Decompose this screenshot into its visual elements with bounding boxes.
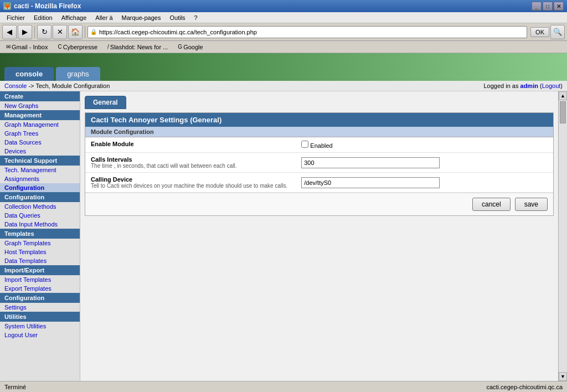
- enable-module-checkbox[interactable]: [301, 141, 308, 148]
- menu-fichier[interactable]: Fichier: [2, 13, 29, 22]
- app-header: console graphs: [0, 53, 567, 81]
- auth-user[interactable]: admin: [520, 82, 538, 89]
- sidebar-item-data-queries[interactable]: Data Queries: [0, 211, 80, 220]
- sidebar-item-new-graphs[interactable]: New Graphs: [0, 101, 80, 110]
- enabled-label: Enabled: [310, 142, 332, 149]
- window-title: cacti - Mozilla Firefox: [14, 2, 81, 10]
- sidebar-section-templates: Templates: [0, 229, 80, 239]
- sidebar-item-configuration-tech[interactable]: Configuration: [0, 183, 80, 192]
- calls-intervals-desc: The time , in seconds, that cacti will w…: [91, 163, 290, 169]
- calling-device-desc: Tell to Cacti wich devices on your machi…: [91, 183, 290, 189]
- table-row: Enable Module Enabled: [85, 137, 553, 153]
- cancel-button[interactable]: cancel: [472, 198, 511, 211]
- status-label: Terminé: [4, 384, 26, 390]
- reload-button[interactable]: ↻: [37, 25, 51, 39]
- calling-device-input[interactable]: [301, 177, 440, 188]
- button-row: cancel save: [85, 193, 553, 215]
- settings-panel: Cacti Tech Annoyer Settings (General) Mo…: [85, 112, 554, 216]
- bookmark-google[interactable]: G Google: [174, 43, 207, 51]
- menu-marques[interactable]: Marque-pages: [117, 13, 166, 22]
- save-button[interactable]: save: [515, 198, 548, 211]
- sidebar-item-export-templates[interactable]: Export Templates: [0, 284, 80, 293]
- sidebar-item-graph-templates[interactable]: Graph Templates: [0, 239, 80, 247]
- status-bar: Terminé cacti.cegep-chicoutimi.qc.ca: [0, 381, 567, 392]
- bookmark-slashdot-label: Slashdot: News for ...: [110, 44, 168, 50]
- sidebar-item-data-input-methods[interactable]: Data Input Methods: [0, 220, 80, 229]
- status-url: cacti.cegep-chicoutimi.qc.ca: [486, 384, 563, 390]
- enable-module-label: Enable Module: [91, 141, 290, 147]
- sidebar-section-create: Create: [0, 91, 80, 101]
- scroll-thumb[interactable]: [560, 101, 566, 123]
- sidebar-item-host-templates[interactable]: Host Templates: [0, 247, 80, 256]
- menu-edition[interactable]: Edition: [29, 13, 57, 22]
- sidebar-item-graph-management[interactable]: Graph Management: [0, 120, 80, 129]
- go-button[interactable]: OK: [530, 27, 549, 37]
- sidebar-section-management: Management: [0, 110, 80, 120]
- url-input[interactable]: [99, 29, 524, 35]
- search-button[interactable]: 🔍: [550, 25, 565, 39]
- menu-affichage[interactable]: Affichage: [57, 13, 91, 22]
- sidebar-item-data-sources[interactable]: Data Sources: [0, 138, 80, 147]
- bookmark-gmail[interactable]: ✉ Gmail - Inbox: [2, 43, 51, 51]
- auth-label: Logged in as: [483, 82, 518, 89]
- lock-icon: 🔒: [90, 29, 97, 35]
- sidebar-item-collection-methods[interactable]: Collection Methods: [0, 202, 80, 211]
- breadcrumb-path: Tech, Module Configuration: [35, 82, 110, 89]
- calling-device-label: Calling Device: [91, 176, 290, 183]
- sidebar-section-tech-support: Technical Support: [0, 156, 80, 166]
- tab-graphs[interactable]: graphs: [56, 67, 100, 81]
- scroll-up-button[interactable]: ▲: [559, 91, 567, 100]
- sidebar-item-data-templates[interactable]: Data Templates: [0, 256, 80, 265]
- bookmark-cyberpresse-label: Cyberpresse: [63, 44, 97, 50]
- menu-help[interactable]: ?: [190, 13, 202, 22]
- form-table: Enable Module Enabled Calls Intervals: [85, 137, 553, 193]
- back-button[interactable]: ◀: [2, 25, 17, 39]
- main-layout: Create New Graphs Management Graph Manag…: [0, 91, 567, 381]
- scroll-down-button[interactable]: ▼: [559, 372, 567, 381]
- toolbar-separator: [34, 26, 35, 38]
- sidebar-item-system-utilities[interactable]: System Utilities: [0, 322, 80, 331]
- logout-link[interactable]: Logout: [542, 82, 561, 89]
- bookmark-slashdot[interactable]: / Slashdot: News for ...: [104, 43, 172, 51]
- close-button[interactable]: ✕: [554, 2, 564, 11]
- google-icon: G: [178, 44, 182, 50]
- window-controls[interactable]: _ □ ✕: [532, 2, 564, 11]
- sidebar-item-settings[interactable]: Settings: [0, 303, 80, 312]
- stop-button[interactable]: ✕: [53, 25, 67, 39]
- table-row: Calls Intervals The time , in seconds, t…: [85, 153, 553, 173]
- sidebar: Create New Graphs Management Graph Manag…: [0, 91, 80, 381]
- breadcrumb-separator: ->: [28, 82, 34, 89]
- minimize-button[interactable]: _: [532, 2, 542, 11]
- tab-general[interactable]: General: [85, 96, 126, 109]
- gmail-icon: ✉: [6, 44, 11, 50]
- toolbar: ◀ ▶ ↻ ✕ 🏠 🔒 OK 🔍: [0, 23, 567, 41]
- sidebar-item-import-templates[interactable]: Import Templates: [0, 275, 80, 284]
- sidebar-item-logout-user[interactable]: Logout User: [0, 331, 80, 339]
- sidebar-item-tech-management[interactable]: Tech. Management: [0, 166, 80, 174]
- bookmark-google-label: Google: [183, 44, 203, 50]
- cyberpresse-icon: C: [58, 44, 61, 50]
- tab-console[interactable]: console: [4, 67, 54, 81]
- sidebar-item-devices[interactable]: Devices: [0, 147, 80, 156]
- address-bar[interactable]: 🔒: [87, 26, 527, 38]
- calls-intervals-label: Calls Intervals: [91, 156, 290, 163]
- home-button[interactable]: 🏠: [68, 25, 83, 39]
- scrollbar[interactable]: ▲ ▼: [558, 91, 567, 381]
- restore-button[interactable]: □: [543, 2, 553, 11]
- content-area: General Cacti Tech Annoyer Settings (Gen…: [80, 91, 558, 381]
- sidebar-section-utilities: Utilities: [0, 312, 80, 322]
- sidebar-item-graph-trees[interactable]: Graph Trees: [0, 129, 80, 138]
- menu-aller[interactable]: Aller à: [91, 13, 117, 22]
- sidebar-item-assignments[interactable]: Assignments: [0, 174, 80, 183]
- slashdot-icon: /: [107, 44, 109, 50]
- calls-intervals-input[interactable]: [301, 157, 440, 168]
- menu-outils[interactable]: Outils: [165, 13, 189, 22]
- sidebar-section-configuration: Configuration: [0, 192, 80, 202]
- panel-subtitle: Module Configuration: [85, 127, 553, 137]
- browser-icon: 🦊: [3, 2, 11, 10]
- forward-button[interactable]: ▶: [18, 25, 32, 39]
- bookmark-cyberpresse[interactable]: C Cyberpresse: [54, 43, 101, 51]
- scroll-track[interactable]: [559, 100, 567, 372]
- breadcrumb-home[interactable]: Console: [4, 82, 27, 89]
- panel-title: Cacti Tech Annoyer Settings (General): [85, 113, 553, 127]
